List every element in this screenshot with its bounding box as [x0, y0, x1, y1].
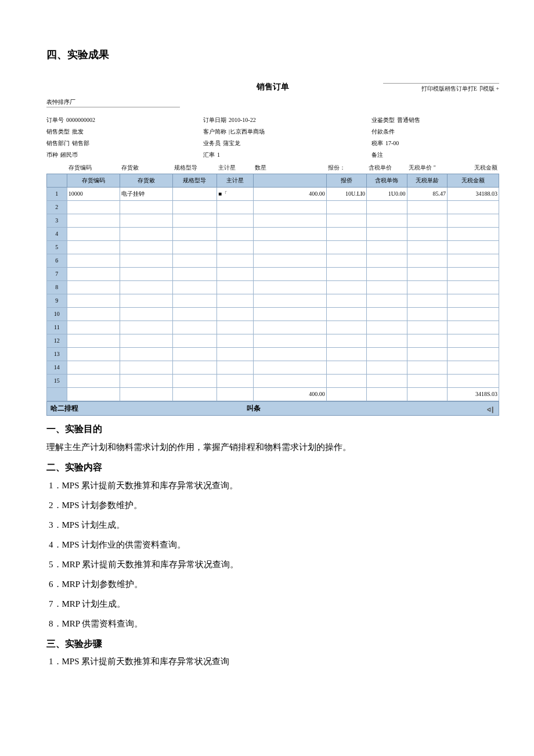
- cell-code: [67, 228, 120, 241]
- cell-unit: [217, 375, 253, 388]
- cell-spec: [172, 375, 217, 388]
- cell-name: [120, 361, 172, 375]
- row-num: 12: [47, 334, 67, 348]
- hm-9: 无税金额: [447, 174, 499, 188]
- header-main-row: 存货编码 存货敕 规格型导 主计星 报侨 含税单饰 无税単龄 无税金额: [47, 174, 499, 188]
- cell-notaxa: [447, 334, 499, 348]
- cell-code: [67, 268, 120, 281]
- cell-rpt: [326, 268, 366, 281]
- cell-name: [120, 268, 172, 281]
- section-1-text: 理解主生产计划和物料需求计划的作用，掌握产销排程和物料需求计划的操作。: [46, 440, 499, 454]
- cell-name: [120, 308, 172, 321]
- cell-code: [67, 308, 120, 321]
- cell-name: 电子挂钟: [120, 188, 172, 201]
- order-header-top: 存货编码 存货敕 规格型导 主计星 数星 报份： 含税单价 无税单价 " 无税金…: [46, 162, 499, 174]
- cell-qty: [253, 241, 326, 254]
- cell-notaxp: [407, 201, 447, 214]
- list-item: 7．MRP 计划生成。: [46, 597, 499, 611]
- cell-code: [67, 334, 120, 348]
- cell-notaxa: [447, 228, 499, 241]
- label: 客户简称: [203, 127, 226, 136]
- label: 备注: [371, 150, 383, 160]
- cell-unit: ■「: [217, 188, 253, 201]
- row-num: 2: [47, 201, 67, 214]
- row-num: 4: [47, 228, 67, 241]
- cell-notaxp: [407, 228, 447, 241]
- cell-qty: [253, 334, 326, 348]
- cell-rpt: [326, 281, 366, 294]
- cell-rpt: [326, 321, 366, 334]
- info-biz-type: 业鉴类型普通销售: [371, 116, 499, 125]
- cell-name: [120, 375, 172, 388]
- cell-notaxp: [407, 375, 447, 388]
- cell-taxp: [367, 241, 407, 254]
- cell-notaxa: [447, 214, 499, 228]
- table-row: 6: [47, 254, 499, 268]
- row-num: 1: [47, 188, 67, 201]
- cell-unit: [217, 268, 253, 281]
- cell-name: [120, 321, 172, 334]
- cell-notaxp: [407, 361, 447, 375]
- cell-spec: [172, 268, 217, 281]
- cell-spec: [172, 228, 217, 241]
- cell-code: [67, 254, 120, 268]
- order-footer-bar: 哈二排程 叫条 ᐊ┃: [46, 401, 499, 416]
- footer-left: 哈二排程: [50, 403, 78, 414]
- list-item: 8．MRP 供需资料查询。: [46, 617, 499, 631]
- cell-spec: [172, 214, 217, 228]
- hm-7: 含税单饰: [367, 174, 407, 188]
- cell-name: [120, 281, 172, 294]
- order-table: 存货编码 存货敕 规格型导 主计星 报侨 含税单饰 无税単龄 无税金额 1100…: [46, 174, 499, 401]
- cell-name: [120, 201, 172, 214]
- header-top-row: 存货编码 存货敕 规格型导 主计星 数星 报份： 含税单价 无税单价 " 无税金…: [46, 162, 499, 174]
- value: 鎺民币: [60, 150, 78, 160]
- list-item: 6．MRP 计划参数维护。: [46, 577, 499, 591]
- cell-notaxp: 85.47: [407, 188, 447, 201]
- info-dept: 销售部门销售部: [46, 139, 203, 148]
- cell-taxp: [367, 348, 407, 361]
- cell-spec: [172, 201, 217, 214]
- cell-taxp: [367, 375, 407, 388]
- row-num: 6: [47, 254, 67, 268]
- cell-spec: [172, 188, 217, 201]
- row-num: 3: [47, 214, 67, 228]
- list-item: 2．MPS 计划参数维护。: [46, 498, 499, 512]
- cell-code: [67, 321, 120, 334]
- label: 销售部门: [46, 139, 70, 148]
- cell-name: [120, 214, 172, 228]
- cell-qty: [253, 214, 326, 228]
- info-salesman: 业务员蒲宝龙: [203, 139, 371, 148]
- row-num: 11: [47, 321, 67, 334]
- ht-2: 存货敕: [120, 162, 172, 174]
- row-num: 14: [47, 361, 67, 375]
- cell-taxp: [367, 201, 407, 214]
- label: 付款条件: [371, 127, 395, 136]
- cell-notaxp: [407, 254, 447, 268]
- sales-order-box: 销售订单 打印模版稍售订单打E卩模版 + 表忡排序厂 订单号0000000002…: [46, 81, 499, 416]
- table-row: 11: [47, 321, 499, 334]
- table-row: 5: [47, 241, 499, 254]
- value: 普通销售: [397, 116, 420, 125]
- value: 批发: [72, 127, 84, 136]
- sort-label-wrapper: 表忡排序厂: [46, 97, 499, 116]
- cell-spec: [172, 281, 217, 294]
- cell-code: [67, 214, 120, 228]
- ht-9: 无税单价 ": [407, 162, 448, 174]
- cell-unit: [217, 254, 253, 268]
- ht-5: 数星: [253, 162, 290, 174]
- cell-qty: [253, 375, 326, 388]
- cell-notaxp: [407, 321, 447, 334]
- value: 蒲宝龙: [223, 139, 240, 148]
- list-item: 5．MRP 累计提前天数推算和库存异常状况查询。: [46, 557, 499, 571]
- hm-5: [253, 174, 326, 188]
- hm-8: 无税単龄: [407, 174, 447, 188]
- cell-taxp: [367, 228, 407, 241]
- cell-code: [67, 375, 120, 388]
- value: 2010-10-22: [229, 116, 256, 125]
- ht-6: [290, 162, 326, 174]
- table-row: 3: [47, 214, 499, 228]
- row-num: 13: [47, 348, 67, 361]
- ht-3: 规格型导: [172, 162, 217, 174]
- table-row: 12: [47, 334, 499, 348]
- cell-spec: [172, 348, 217, 361]
